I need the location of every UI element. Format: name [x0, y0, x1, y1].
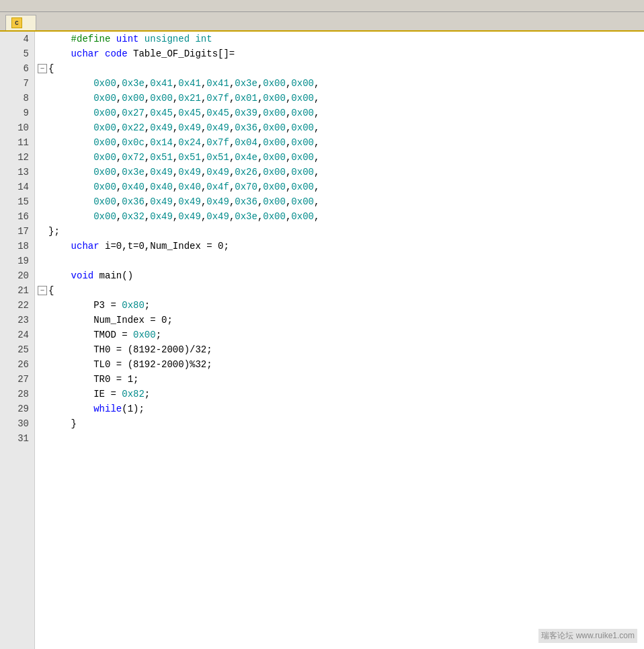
token: 0x00	[133, 328, 156, 342]
indent	[48, 342, 93, 357]
token: 0x00	[93, 91, 116, 106]
token: void	[71, 268, 94, 283]
code-line: TH0 = (8192-2000)/32;	[38, 342, 644, 357]
token: ,	[116, 91, 122, 106]
token: while	[93, 402, 122, 416]
tab-bar: C	[0, 12, 644, 32]
token: ,	[257, 91, 263, 106]
token: 0x00	[93, 194, 116, 209]
code-line: 0x00,0x22,0x49,0x49,0x49,0x36,0x00,0x00,	[38, 120, 644, 135]
token: ,	[173, 76, 178, 91]
token: P3 =	[93, 298, 122, 313]
token: ,	[201, 180, 206, 194]
token: ,	[201, 150, 206, 165]
token: 0x49	[150, 209, 173, 224]
token: ,	[229, 180, 235, 194]
token: ,	[257, 135, 263, 150]
token: ,	[201, 194, 206, 209]
token: 0x27	[122, 106, 145, 120]
token: 0x49	[150, 120, 173, 135]
line-number: 10	[0, 120, 34, 135]
line-number: 31	[0, 431, 34, 446]
token: 0x04	[235, 135, 257, 150]
token: ,	[116, 209, 122, 224]
token: 0x49	[178, 209, 201, 224]
token: 0x00	[291, 165, 314, 180]
token: ,	[286, 150, 291, 165]
token: 0x00	[263, 120, 286, 135]
token: ,	[286, 165, 291, 180]
code-line	[38, 254, 644, 268]
token: ,	[201, 165, 206, 180]
token: 0x00	[291, 91, 314, 106]
token: ,	[116, 135, 122, 150]
indent	[48, 268, 71, 283]
indent	[48, 135, 93, 150]
token: 0x3e	[235, 76, 257, 91]
token: uchar	[71, 46, 99, 61]
indent	[48, 402, 93, 416]
token: ,	[116, 106, 122, 120]
token: int	[195, 32, 212, 46]
token: ,	[257, 150, 263, 165]
token: 0x49	[206, 194, 229, 209]
token: ,	[145, 194, 150, 209]
token: 0x0c	[122, 135, 145, 150]
token: ;	[156, 328, 161, 342]
indent	[48, 91, 93, 106]
token: #define	[71, 32, 116, 46]
indent	[48, 239, 71, 254]
token: 0x3e	[235, 209, 257, 224]
indent	[48, 416, 71, 431]
token: ,	[257, 209, 263, 224]
token: uchar	[71, 239, 99, 254]
line-number: 8	[0, 91, 34, 106]
token: 0x00	[263, 135, 286, 150]
token: ,	[286, 120, 291, 135]
token: 0x00	[291, 106, 314, 120]
indent	[48, 150, 93, 165]
token: ;	[145, 387, 150, 402]
code-line: −{	[38, 61, 644, 76]
line-number: 25	[0, 342, 34, 357]
token: 0x49	[178, 194, 201, 209]
line-number: 20	[0, 268, 34, 283]
token: ,	[229, 194, 235, 209]
fold-marker[interactable]: −	[38, 64, 47, 73]
token: ,	[229, 209, 235, 224]
token: 0x14	[150, 135, 173, 150]
token: 0x41	[206, 76, 229, 91]
line-number: 16	[0, 209, 34, 224]
code-line: }	[38, 416, 644, 431]
file-c-icon: C	[11, 17, 22, 28]
token: unsigned	[145, 32, 190, 46]
token: 0x36	[122, 194, 145, 209]
line-number: 12	[0, 150, 34, 165]
token: ,	[286, 91, 291, 106]
token: 0x36	[235, 194, 257, 209]
code-line: uchar code Table_OF_Digits[]=	[38, 46, 644, 61]
token: 0x00	[93, 150, 116, 165]
tab-led-c[interactable]: C	[5, 15, 36, 30]
token: ,	[173, 135, 178, 150]
indent	[48, 32, 71, 46]
code-lines[interactable]: #define uint unsigned int uchar code Tab…	[35, 32, 644, 649]
token: 0x40	[178, 180, 201, 194]
token: ,	[201, 209, 206, 224]
fold-marker[interactable]: −	[38, 286, 47, 295]
token: ,	[201, 135, 206, 150]
token: 0x00	[291, 120, 314, 135]
line-number: 15	[0, 194, 34, 209]
token: 0x51	[150, 150, 173, 165]
token: 0x22	[122, 120, 145, 135]
token: {	[48, 283, 54, 298]
token: ,	[314, 76, 319, 91]
token: ,	[229, 76, 235, 91]
token: ,	[173, 91, 178, 106]
token: 0x70	[235, 180, 257, 194]
token: 0x49	[150, 194, 173, 209]
token: ,	[229, 165, 235, 180]
indent	[48, 106, 93, 120]
token: uint	[116, 32, 139, 46]
code-line: 0x00,0x72,0x51,0x51,0x51,0x4e,0x00,0x00,	[38, 150, 644, 165]
